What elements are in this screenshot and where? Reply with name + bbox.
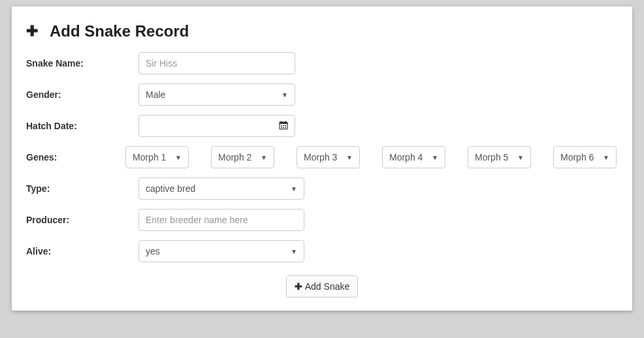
chevron-down-icon: ▼ (291, 248, 297, 255)
chevron-down-icon: ▼ (282, 91, 288, 99)
row-genes: Genes: Morph 1 ▼ Morph 2 ▼ Morph 3 ▼ Mor… (26, 146, 618, 168)
chevron-down-icon: ▼ (517, 154, 524, 161)
row-alive: Alive: yes ▼ (26, 240, 618, 262)
label-type: Type: (26, 183, 131, 194)
svg-rect-9 (285, 127, 286, 129)
morph-6-select[interactable]: Morph 6 ▼ (553, 146, 617, 168)
producer-input[interactable] (138, 209, 304, 231)
card-title-text: Add Snake Record (50, 22, 189, 40)
genes-container: Morph 1 ▼ Morph 2 ▼ Morph 3 ▼ Morph 4 ▼ … (125, 146, 618, 168)
plus-icon: ✚ (295, 281, 302, 292)
alive-select[interactable]: yes ▼ (138, 240, 304, 262)
chevron-down-icon: ▼ (261, 154, 267, 161)
row-hatch-date: Hatch Date: (26, 115, 618, 137)
morph-4-label: Morph 4 (389, 152, 423, 162)
morph-3-select[interactable]: Morph 3 ▼ (297, 146, 360, 168)
hatch-date-input[interactable] (138, 115, 295, 137)
chevron-down-icon: ▼ (432, 154, 438, 161)
row-gender: Gender: Male ▼ (26, 84, 618, 106)
morph-1-select[interactable]: Morph 1 ▼ (125, 146, 189, 168)
svg-rect-1 (280, 122, 287, 124)
svg-rect-3 (285, 121, 287, 123)
morph-3-label: Morph 3 (304, 152, 337, 162)
chevron-down-icon: ▼ (603, 154, 609, 161)
gender-select[interactable]: Male ▼ (138, 84, 295, 106)
label-snake-name: Snake Name: (26, 58, 131, 69)
morph-1-label: Morph 1 (133, 152, 166, 162)
plus-icon: ✚ (26, 24, 38, 38)
morph-2-select[interactable]: Morph 2 ▼ (211, 146, 274, 168)
card-title: ✚ Add Snake Record (26, 22, 618, 40)
submit-row: ✚ Add Snake (26, 275, 618, 298)
morph-2-label: Morph 2 (218, 152, 251, 162)
svg-rect-8 (283, 127, 284, 129)
morph-5-label: Morph 5 (475, 152, 508, 162)
type-selected-value: captive bred (146, 183, 195, 194)
morph-4-select[interactable]: Morph 4 ▼ (382, 146, 445, 168)
add-snake-button[interactable]: ✚ Add Snake (286, 275, 359, 298)
chevron-down-icon: ▼ (175, 154, 182, 161)
label-gender: Gender: (26, 89, 131, 100)
label-hatch-date: Hatch Date: (26, 121, 131, 131)
row-type: Type: captive bred ▼ (26, 177, 618, 200)
alive-selected-value: yes (146, 246, 160, 256)
calendar-icon (279, 121, 288, 132)
svg-rect-6 (285, 125, 286, 127)
svg-rect-2 (281, 121, 282, 123)
row-producer: Producer: (26, 209, 618, 231)
morph-5-select[interactable]: Morph 5 ▼ (468, 146, 531, 168)
add-snake-card: ✚ Add Snake Record Snake Name: Gender: M… (12, 7, 632, 311)
label-genes: Genes: (26, 152, 131, 162)
morph-6-label: Morph 6 (560, 152, 594, 162)
svg-rect-5 (283, 125, 284, 127)
chevron-down-icon: ▼ (291, 185, 297, 192)
snake-name-input[interactable] (138, 52, 295, 74)
label-alive: Alive: (26, 246, 131, 256)
row-snake-name: Snake Name: (26, 52, 618, 74)
svg-rect-7 (281, 127, 282, 129)
add-snake-button-label: Add Snake (305, 281, 350, 292)
gender-selected-value: Male (146, 89, 165, 100)
label-producer: Producer: (26, 215, 131, 225)
svg-rect-4 (281, 125, 282, 127)
type-select[interactable]: captive bred ▼ (138, 177, 304, 200)
chevron-down-icon: ▼ (346, 154, 353, 161)
